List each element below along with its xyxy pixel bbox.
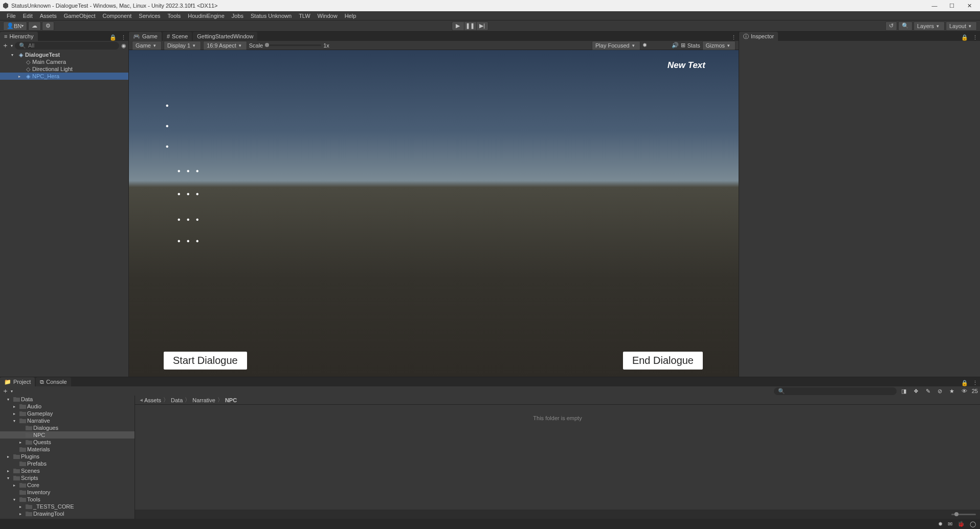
breadcrumb-item[interactable]: NPC xyxy=(225,397,237,403)
settings-button[interactable]: ⚙ xyxy=(42,21,54,31)
project-folder[interactable]: NPC xyxy=(0,431,135,439)
minimize-button[interactable]: — xyxy=(926,1,943,11)
add-button[interactable]: ＋ xyxy=(2,41,9,50)
menu-tlw[interactable]: TLW xyxy=(295,13,314,19)
project-folder[interactable]: ▸ Plugins xyxy=(0,453,135,460)
visibility-icon[interactable]: 👁 xyxy=(959,388,970,394)
play-button[interactable]: ▶ xyxy=(452,21,464,31)
close-button[interactable]: ✕ xyxy=(961,1,978,11)
menu-status-unknown[interactable]: Status Unknown xyxy=(247,13,295,19)
project-folder[interactable]: ▸ DrawingTool xyxy=(0,510,135,517)
context-menu-icon[interactable]: ⋮ xyxy=(729,34,739,41)
scale-label: Scale xyxy=(249,42,263,49)
account-dropdown[interactable]: 👤 BN ▾ xyxy=(3,21,27,31)
project-folder[interactable]: ▸ Quests xyxy=(0,439,135,446)
debug-icon[interactable]: ✸ xyxy=(642,42,647,49)
gizmos-dropdown[interactable]: Gizmos xyxy=(702,41,736,50)
project-folder[interactable]: ▾ Tools xyxy=(0,496,135,503)
game-ellipsis: • • • xyxy=(177,215,201,224)
menu-tools[interactable]: Tools xyxy=(164,13,185,19)
project-folder[interactable]: ▾ Data xyxy=(0,396,135,403)
menu-assets[interactable]: Assets xyxy=(36,13,60,19)
lock-icon[interactable]: 🔒 xyxy=(959,34,970,41)
breadcrumb-item[interactable]: Data xyxy=(171,397,183,403)
tab-project[interactable]: 📁Project xyxy=(0,377,35,386)
project-folder[interactable]: Materials xyxy=(0,446,135,453)
layout-dropdown[interactable]: Layout xyxy=(946,21,977,31)
maximize-button[interactable]: ☐ xyxy=(943,1,961,11)
hierarchy-search-input[interactable]: 🔍 All xyxy=(15,42,119,50)
filter-by-label-icon[interactable]: ❖ xyxy=(911,388,921,395)
favorites-icon[interactable]: ★ xyxy=(947,388,957,395)
project-folder[interactable]: ▾ Scripts xyxy=(0,474,135,481)
project-folder[interactable]: ▸ Scenes xyxy=(0,467,135,474)
menu-houdiniengine[interactable]: HoudiniEngine xyxy=(184,13,228,19)
breadcrumb-item[interactable]: Assets xyxy=(144,397,161,403)
project-folder[interactable]: ▸ _TESTS_CORE xyxy=(0,503,135,510)
aspect-dropdown[interactable]: 16:9 Aspect xyxy=(203,41,247,50)
tab-gettingstartedwindow[interactable]: GettingStartedWindow xyxy=(193,32,257,41)
center-tabs: 🎮Game#SceneGettingStartedWindow⋮ xyxy=(129,32,739,41)
tab-console[interactable]: ⧉Console xyxy=(36,377,71,386)
grid-icon[interactable]: ⊞ xyxy=(681,42,685,49)
menubar: FileEditAssetsGameObjectComponentService… xyxy=(0,11,980,20)
menu-file[interactable]: File xyxy=(3,13,19,19)
progress-icon[interactable]: ◯ xyxy=(970,521,976,527)
context-menu-icon[interactable]: ⋮ xyxy=(970,380,980,386)
lock-icon[interactable]: 🔒 xyxy=(107,34,119,41)
menu-edit[interactable]: Edit xyxy=(19,13,36,19)
hidden-packages-icon[interactable]: ⊘ xyxy=(935,388,945,395)
play-focused-dropdown[interactable]: Play Focused xyxy=(592,41,640,50)
tab-hierarchy[interactable]: ≡Hierarchy xyxy=(0,32,38,41)
tab-game[interactable]: 🎮Game xyxy=(129,32,162,41)
save-search-icon[interactable]: ✎ xyxy=(923,388,933,395)
pause-button[interactable]: ❚❚ xyxy=(464,21,476,31)
add-button[interactable]: ＋ xyxy=(2,386,9,396)
game-view[interactable]: New Text • • • • • • • • • • • • • • • S… xyxy=(129,50,739,377)
context-menu-icon[interactable]: ⋮ xyxy=(119,34,128,41)
stats-button[interactable]: Stats xyxy=(687,42,700,49)
game-mode-dropdown[interactable]: Game xyxy=(132,41,162,50)
lock-icon[interactable]: 🔒 xyxy=(959,380,970,386)
hierarchy-icon: ≡ xyxy=(4,33,7,39)
tab-scene[interactable]: #Scene xyxy=(163,32,192,41)
project-folder[interactable]: Inventory xyxy=(0,489,135,496)
filter-icon[interactable]: ◉ xyxy=(121,42,126,49)
menu-help[interactable]: Help xyxy=(341,13,360,19)
undo-history-button[interactable]: ↺ xyxy=(885,21,897,31)
scale-slider[interactable] xyxy=(265,44,321,46)
project-folder[interactable]: ▸ Gameplay xyxy=(0,410,135,417)
menu-jobs[interactable]: Jobs xyxy=(228,13,247,19)
scale-value: 1x xyxy=(323,42,329,49)
project-folder[interactable]: Dialogues xyxy=(0,424,135,431)
debug-mode-icon[interactable]: 🐞 xyxy=(957,521,965,527)
hierarchy-item[interactable]: ▾◈DialogueTest xyxy=(0,51,128,58)
breadcrumb-item[interactable]: Narrative xyxy=(192,397,215,403)
tab-inspector[interactable]: ⓘInspector xyxy=(739,32,778,41)
context-menu-icon[interactable]: ⋮ xyxy=(970,34,980,41)
menu-window[interactable]: Window xyxy=(314,13,341,19)
display-dropdown[interactable]: Display 1 xyxy=(164,41,201,50)
icon-size-slider[interactable] xyxy=(951,514,976,515)
collab-icon[interactable]: ✉ xyxy=(948,521,952,527)
global-search-button[interactable]: 🔍 xyxy=(898,21,912,31)
cloud-button[interactable]: ☁ xyxy=(28,21,41,31)
project-search-input[interactable]: 🔍 xyxy=(774,387,897,395)
menu-gameobject[interactable]: GameObject xyxy=(60,13,99,19)
start-dialogue-button[interactable]: Start Dialogue xyxy=(164,352,247,370)
project-folder[interactable]: Prefabs xyxy=(0,460,135,467)
hierarchy-item[interactable]: ◇Main Camera xyxy=(0,58,128,65)
menu-services[interactable]: Services xyxy=(135,13,164,19)
layers-dropdown[interactable]: Layers xyxy=(914,21,945,31)
menu-component[interactable]: Component xyxy=(99,13,135,19)
hierarchy-item[interactable]: ▸◈NPC_Hera xyxy=(0,73,128,80)
project-folder[interactable]: ▾ Narrative xyxy=(0,417,135,424)
mute-icon[interactable]: 🔊 xyxy=(672,42,679,49)
project-folder[interactable]: ▸ Audio xyxy=(0,403,135,410)
project-folder[interactable]: ▸ Core xyxy=(0,481,135,489)
hierarchy-item[interactable]: ◇Directional Light xyxy=(0,65,128,73)
filter-by-type-icon[interactable]: ◨ xyxy=(899,388,909,395)
auto-refresh-icon[interactable]: ✸ xyxy=(938,521,943,527)
end-dialogue-button[interactable]: End Dialogue xyxy=(623,352,703,370)
step-button[interactable]: ▶| xyxy=(476,21,488,31)
